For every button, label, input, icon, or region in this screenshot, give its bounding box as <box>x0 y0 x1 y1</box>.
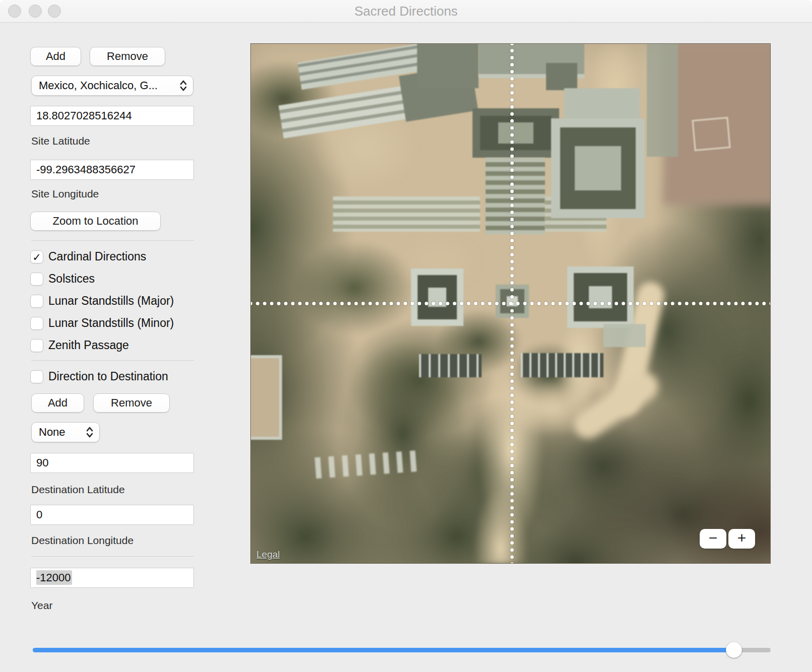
slider-handle[interactable] <box>726 642 742 658</box>
destination-dropdown-value: None <box>39 426 65 438</box>
stairway <box>545 196 606 232</box>
site-location-dropdown-value: Mexico, Xochicalco, G... <box>39 79 158 92</box>
satellite-map[interactable]: Legal − + <box>250 43 771 564</box>
pyramid-stairway <box>486 158 545 234</box>
destination-dropdown[interactable]: None <box>31 422 100 442</box>
year-input[interactable]: -12000 <box>30 568 194 588</box>
walled-compound <box>250 355 282 440</box>
divider <box>31 360 194 361</box>
ruin-structure <box>564 88 640 119</box>
destination-add-button[interactable]: Add <box>31 393 84 413</box>
lunar-standstills-minor-checkbox[interactable] <box>30 317 43 330</box>
map-path <box>610 279 666 418</box>
lunar-standstills-minor-label: Lunar Standstills (Minor) <box>48 316 174 330</box>
cardinal-directions-checkbox[interactable]: ✓ <box>30 250 43 263</box>
site-add-button[interactable]: Add <box>30 47 81 66</box>
plaza-pyramid-west <box>411 268 463 326</box>
map-zoom-controls: − + <box>700 529 755 549</box>
ruin-structure <box>647 43 678 157</box>
map-path <box>569 367 664 444</box>
long-building-east <box>521 353 603 377</box>
destination-longitude-label: Destination Longitude <box>31 534 133 547</box>
grand-stairway <box>333 196 480 232</box>
zenith-passage-checkbox[interactable] <box>30 339 43 352</box>
updown-chevrons-icon <box>85 426 94 439</box>
window-title: Sacred Directions <box>0 0 812 23</box>
zoom-out-button[interactable]: − <box>700 529 726 549</box>
ruin-platform <box>417 43 479 88</box>
solstices-checkbox[interactable] <box>30 273 43 286</box>
site-longitude-input[interactable]: -99.2963488356627 <box>30 160 194 180</box>
solstices-label: Solstices <box>48 272 95 286</box>
destination-latitude-input[interactable]: 90 <box>30 453 194 473</box>
app-window: Sacred Directions Add Remove Mexico, Xoc… <box>0 0 812 672</box>
ruin-terrace <box>298 43 451 90</box>
east-complex <box>551 118 645 218</box>
destination-longitude-value: 0 <box>36 508 42 521</box>
east-complex-court <box>575 146 621 190</box>
site-longitude-value: -99.2963488356627 <box>36 163 136 176</box>
long-building-west <box>419 354 482 377</box>
site-longitude-label: Site Longitude <box>31 188 99 200</box>
legal-link[interactable]: Legal <box>256 549 280 560</box>
destination-latitude-label: Destination Latitude <box>31 484 125 496</box>
ruin-structure <box>603 324 646 347</box>
pyramid-court <box>498 122 533 144</box>
divider <box>31 240 194 241</box>
main-pyramid <box>472 108 559 158</box>
direction-to-destination-label: Direction to Destination <box>48 370 168 383</box>
cardinal-directions-label: Cardinal Directions <box>48 250 146 263</box>
map-bare-earth-patch <box>663 43 771 205</box>
direction-to-destination-checkbox[interactable] <box>30 370 43 383</box>
site-location-dropdown[interactable]: Mexico, Xochicalco, G... <box>31 76 193 96</box>
ruin-structure <box>399 64 479 122</box>
site-latitude-label: Site Latitude <box>31 135 90 147</box>
plaza-pyramid-east <box>567 266 634 328</box>
year-label: Year <box>31 599 52 612</box>
zoom-to-location-button[interactable]: Zoom to Location <box>30 212 161 231</box>
ruin-platform <box>479 43 584 78</box>
ruin-remnants <box>315 450 419 479</box>
site-remove-button[interactable]: Remove <box>90 47 165 66</box>
slider-fill <box>33 648 734 652</box>
cardinal-east-west-line <box>250 302 771 305</box>
destination-remove-button[interactable]: Remove <box>93 393 170 413</box>
year-slider[interactable] <box>33 648 771 652</box>
zoom-in-button[interactable]: + <box>728 529 755 549</box>
destination-latitude-value: 90 <box>36 456 48 469</box>
destination-longitude-input[interactable]: 0 <box>30 505 194 525</box>
lunar-standstills-major-checkbox[interactable] <box>30 295 43 308</box>
site-latitude-input[interactable]: 18.8027028516244 <box>30 106 194 126</box>
title-bar: Sacred Directions <box>0 0 812 23</box>
lunar-standstills-major-label: Lunar Standstills (Major) <box>48 294 174 308</box>
zenith-passage-label: Zenith Passage <box>48 339 129 352</box>
year-value-selected-text: -12000 <box>36 570 72 585</box>
ruin-terrace <box>279 79 450 139</box>
updown-chevrons-icon <box>179 79 188 92</box>
site-latitude-value: 18.8027028516244 <box>36 109 132 122</box>
divider <box>31 556 194 557</box>
ruin-outline <box>692 117 730 151</box>
ruin-platform <box>546 63 577 90</box>
